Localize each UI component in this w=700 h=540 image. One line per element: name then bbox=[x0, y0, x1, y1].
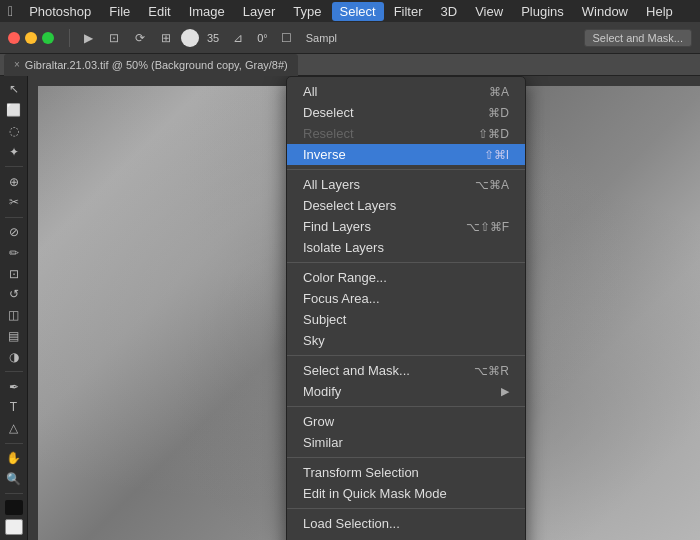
brush-icon[interactable]: ⟳ bbox=[129, 27, 151, 49]
dropdown-items: All⌘ADeselect⌘DReselect⇧⌘DInverse⇧⌘IAll … bbox=[287, 81, 525, 540]
gradient-icon[interactable]: ▤ bbox=[3, 327, 25, 346]
dropdown-item-arrow: ▶ bbox=[501, 385, 509, 398]
dropdown-item-label: Edit in Quick Mask Mode bbox=[303, 486, 447, 501]
menu-photoshop[interactable]: Photoshop bbox=[21, 2, 99, 21]
menu-3d[interactable]: 3D bbox=[433, 2, 466, 21]
dropdown-item-label: Load Selection... bbox=[303, 516, 400, 531]
dropdown-item-reselect: Reselect⇧⌘D bbox=[287, 123, 525, 144]
dropdown-sep-4 bbox=[287, 169, 525, 170]
dropdown-item-label: Select and Mask... bbox=[303, 363, 410, 378]
checkbox-icon[interactable]: ☐ bbox=[276, 27, 298, 49]
dropdown-item-transform-selection[interactable]: Transform Selection bbox=[287, 462, 525, 483]
menu-layer[interactable]: Layer bbox=[235, 2, 284, 21]
heal-icon[interactable]: ⊘ bbox=[3, 223, 25, 242]
brush-size: 35 bbox=[207, 32, 219, 44]
stamp-icon[interactable]: ⊡ bbox=[3, 264, 25, 283]
menu-edit[interactable]: Edit bbox=[140, 2, 178, 21]
dropdown-item-label: Inverse bbox=[303, 147, 346, 162]
dropdown-sep-17 bbox=[287, 406, 525, 407]
dropdown-item-all[interactable]: All⌘A bbox=[287, 81, 525, 102]
dropdown-item-label: Sky bbox=[303, 333, 325, 348]
dropdown-item-find-layers[interactable]: Find Layers⌥⇧⌘F bbox=[287, 216, 525, 237]
dropdown-item-focus-area---[interactable]: Focus Area... bbox=[287, 288, 525, 309]
crop-icon[interactable]: ⊕ bbox=[3, 172, 25, 191]
dropdown-item-subject[interactable]: Subject bbox=[287, 309, 525, 330]
select-mask-button[interactable]: Select and Mask... bbox=[584, 29, 693, 47]
angle-icon[interactable]: ⊿ bbox=[227, 27, 249, 49]
dropdown-item-label: Reselect bbox=[303, 126, 354, 141]
zoom-tool-icon[interactable]: 🔍 bbox=[3, 469, 25, 488]
document-tab[interactable]: × Gibraltar.21.03.tif @ 50% (Background … bbox=[4, 54, 298, 76]
menu-image[interactable]: Image bbox=[181, 2, 233, 21]
minimize-button[interactable] bbox=[25, 32, 37, 44]
eraser-icon[interactable]: ◫ bbox=[3, 306, 25, 325]
background-color[interactable] bbox=[5, 519, 23, 535]
dropdown-item-label: Deselect Layers bbox=[303, 198, 396, 213]
lasso-icon[interactable]: ◌ bbox=[3, 122, 25, 141]
dropdown-item-label: Isolate Layers bbox=[303, 240, 384, 255]
dropdown-item-isolate-layers[interactable]: Isolate Layers bbox=[287, 237, 525, 258]
dropdown-item-label: Focus Area... bbox=[303, 291, 380, 306]
move-tool-icon[interactable]: ↖ bbox=[3, 80, 25, 99]
dropdown-item-shortcut: ⌥⌘A bbox=[475, 178, 509, 192]
toolbar-sep-1 bbox=[69, 29, 70, 47]
tab-close-icon[interactable]: × bbox=[14, 59, 20, 70]
menu-select[interactable]: Select bbox=[332, 2, 384, 21]
text-tool-icon[interactable]: T bbox=[3, 398, 25, 417]
dropdown-item-edit-in-quick-mask-mode[interactable]: Edit in Quick Mask Mode bbox=[287, 483, 525, 504]
dropdown-item-all-layers[interactable]: All Layers⌥⌘A bbox=[287, 174, 525, 195]
dropdown-item-shortcut: ⌥⇧⌘F bbox=[466, 220, 509, 234]
maximize-button[interactable] bbox=[42, 32, 54, 44]
dropdown-item-label: Modify bbox=[303, 384, 341, 399]
dropdown-item-deselect-layers[interactable]: Deselect Layers bbox=[287, 195, 525, 216]
dropdown-item-sky[interactable]: Sky bbox=[287, 330, 525, 351]
dropdown-item-modify[interactable]: Modify▶ bbox=[287, 381, 525, 402]
dropdown-item-shortcut: ⇧⌘D bbox=[478, 127, 509, 141]
dropdown-item-shortcut: ⌘D bbox=[488, 106, 509, 120]
dropdown-item-shortcut: ⌘A bbox=[489, 85, 509, 99]
quick-select-icon[interactable]: ✦ bbox=[3, 142, 25, 161]
sidebar-sep-1 bbox=[5, 166, 23, 167]
align-icon[interactable]: ⊞ bbox=[155, 27, 177, 49]
menu-file[interactable]: File bbox=[101, 2, 138, 21]
shape-tool-icon[interactable]: △ bbox=[3, 419, 25, 438]
close-button[interactable] bbox=[8, 32, 20, 44]
dropdown-item-load-selection---[interactable]: Load Selection... bbox=[287, 513, 525, 534]
dropdown-item-color-range---[interactable]: Color Range... bbox=[287, 267, 525, 288]
brush-preset-icon[interactable]: ⊡ bbox=[103, 27, 125, 49]
dropdown-item-select-and-mask---[interactable]: Select and Mask...⌥⌘R bbox=[287, 360, 525, 381]
select-menu-dropdown: All⌘ADeselect⌘DReselect⇧⌘DInverse⇧⌘IAll … bbox=[286, 76, 526, 540]
menu-type[interactable]: Type bbox=[285, 2, 329, 21]
apple-menu[interactable]:  bbox=[8, 3, 13, 19]
menu-plugins[interactable]: Plugins bbox=[513, 2, 572, 21]
brush-tool-icon[interactable]: ✏ bbox=[3, 243, 25, 262]
menu-filter[interactable]: Filter bbox=[386, 2, 431, 21]
dropdown-item-label: All Layers bbox=[303, 177, 360, 192]
dropdown-item-grow[interactable]: Grow bbox=[287, 411, 525, 432]
tab-label: Gibraltar.21.03.tif @ 50% (Background co… bbox=[25, 59, 288, 71]
dropdown-item-inverse[interactable]: Inverse⇧⌘I bbox=[287, 144, 525, 165]
dropdown-item-label: Find Layers bbox=[303, 219, 371, 234]
hand-tool-icon[interactable]: ✋ bbox=[3, 448, 25, 467]
menu-help[interactable]: Help bbox=[638, 2, 681, 21]
dodge-icon[interactable]: ◑ bbox=[3, 347, 25, 366]
traffic-lights bbox=[8, 32, 54, 44]
dropdown-item-deselect[interactable]: Deselect⌘D bbox=[287, 102, 525, 123]
eyedrop-icon[interactable]: ✂ bbox=[3, 193, 25, 212]
dropdown-item-similar[interactable]: Similar bbox=[287, 432, 525, 453]
menu-view[interactable]: View bbox=[467, 2, 511, 21]
foreground-color[interactable] bbox=[5, 500, 23, 515]
color-circle[interactable] bbox=[181, 29, 199, 47]
canvas-area: All⌘ADeselect⌘DReselect⇧⌘DInverse⇧⌘IAll … bbox=[28, 76, 700, 540]
selection-rect-icon[interactable]: ⬜ bbox=[3, 101, 25, 120]
selection-tool-icon[interactable]: ▶ bbox=[77, 27, 99, 49]
pen-tool-icon[interactable]: ✒ bbox=[3, 377, 25, 396]
menu-window[interactable]: Window bbox=[574, 2, 636, 21]
dropdown-item-save-selection---[interactable]: Save Selection... bbox=[287, 534, 525, 540]
left-sidebar: ↖ ⬜ ◌ ✦ ⊕ ✂ ⊘ ✏ ⊡ ↺ ◫ ▤ ◑ ✒ T △ ✋ 🔍 bbox=[0, 76, 28, 540]
history-icon[interactable]: ↺ bbox=[3, 285, 25, 304]
sidebar-sep-2 bbox=[5, 217, 23, 218]
angle-value: 0° bbox=[257, 32, 268, 44]
dropdown-item-label: Transform Selection bbox=[303, 465, 419, 480]
dropdown-item-label: Subject bbox=[303, 312, 346, 327]
